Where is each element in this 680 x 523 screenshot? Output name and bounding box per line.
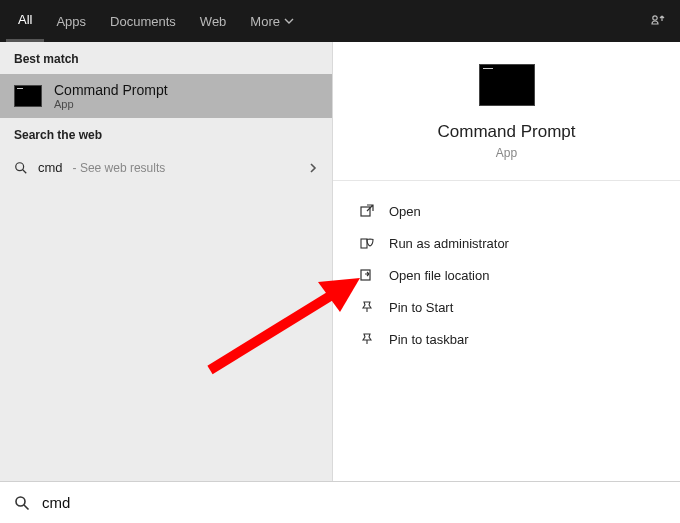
tab-label: Web xyxy=(200,14,227,29)
results-panel: Best match Command Prompt App Search the… xyxy=(0,42,332,481)
web-hint: - See web results xyxy=(73,161,166,175)
action-run-as-administrator[interactable]: Run as administrator xyxy=(333,227,680,259)
svg-line-7 xyxy=(24,505,29,510)
best-match-subtitle: App xyxy=(54,98,168,110)
svg-line-2 xyxy=(23,169,27,173)
web-query: cmd xyxy=(38,160,63,175)
chevron-right-icon xyxy=(308,161,318,175)
best-match-item[interactable]: Command Prompt App xyxy=(0,74,332,118)
command-prompt-icon xyxy=(479,64,535,106)
tab-label: Documents xyxy=(110,14,176,29)
tab-more[interactable]: More xyxy=(238,0,306,42)
actions-list: Open Run as administrator Open file loca… xyxy=(333,181,680,369)
details-subtitle: App xyxy=(343,146,670,160)
tab-label: More xyxy=(250,14,280,29)
action-label: Open file location xyxy=(389,268,489,283)
search-bar xyxy=(0,481,680,523)
open-icon xyxy=(359,203,375,219)
action-label: Pin to Start xyxy=(389,300,453,315)
details-title: Command Prompt xyxy=(343,122,670,142)
command-prompt-icon xyxy=(14,85,42,107)
feedback-icon[interactable] xyxy=(636,13,680,29)
action-label: Open xyxy=(389,204,421,219)
tab-label: Apps xyxy=(56,14,86,29)
tab-all[interactable]: All xyxy=(6,0,44,42)
svg-rect-4 xyxy=(361,239,367,248)
pin-icon xyxy=(359,331,375,347)
tab-apps[interactable]: Apps xyxy=(44,0,98,42)
chevron-down-icon xyxy=(284,16,294,26)
pin-icon xyxy=(359,299,375,315)
action-label: Run as administrator xyxy=(389,236,509,251)
svg-point-6 xyxy=(16,497,25,506)
search-input[interactable] xyxy=(42,494,666,511)
svg-point-0 xyxy=(653,16,657,20)
tab-label: All xyxy=(18,12,32,27)
web-result-item[interactable]: cmd - See web results xyxy=(0,150,332,185)
action-label: Pin to taskbar xyxy=(389,332,469,347)
svg-point-1 xyxy=(16,162,24,170)
tab-web[interactable]: Web xyxy=(188,0,239,42)
svg-rect-3 xyxy=(361,207,370,216)
folder-icon xyxy=(359,267,375,283)
action-pin-to-start[interactable]: Pin to Start xyxy=(333,291,680,323)
search-icon xyxy=(14,161,28,175)
search-icon xyxy=(14,495,30,511)
details-panel: Command Prompt App Open Run as administr… xyxy=(332,42,680,481)
action-open-file-location[interactable]: Open file location xyxy=(333,259,680,291)
shield-icon xyxy=(359,235,375,251)
tab-documents[interactable]: Documents xyxy=(98,0,188,42)
top-tab-bar: All Apps Documents Web More xyxy=(0,0,680,42)
best-match-title: Command Prompt xyxy=(54,82,168,98)
best-match-header: Best match xyxy=(0,42,332,74)
action-pin-to-taskbar[interactable]: Pin to taskbar xyxy=(333,323,680,355)
action-open[interactable]: Open xyxy=(333,195,680,227)
web-header: Search the web xyxy=(0,118,332,150)
